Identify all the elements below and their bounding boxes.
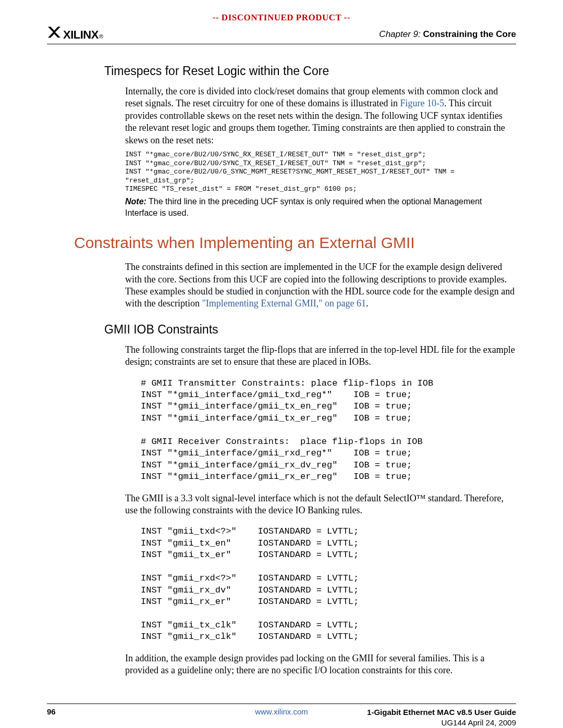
paragraph: The GMII is a 3.3 volt signal-level inte…	[125, 492, 516, 517]
page-number: 96	[47, 707, 56, 716]
note-body: The third line in the preceding UCF synt…	[125, 197, 482, 217]
logo-text: XILINX	[63, 28, 99, 42]
text: .	[366, 298, 369, 309]
logo-mark-icon	[47, 26, 62, 43]
logo-registered: ®	[99, 33, 103, 40]
footer-right: 1-Gigabit Ethernet MAC v8.5 User Guide U…	[367, 707, 516, 727]
footer-title: 1-Gigabit Ethernet MAC v8.5 User Guide	[367, 708, 516, 717]
note: Note: The third line in the preceding UC…	[125, 196, 516, 218]
crossref-link[interactable]: "Implementing External GMII," on page 61	[202, 298, 366, 309]
code-block-iostandard: INST "gmii_txd<?>" IOSTANDARD = LVTTL; I…	[141, 526, 516, 643]
paragraph: The following constraints target the fli…	[125, 344, 516, 368]
section-title-timespecs: Timespecs for Reset Logic within the Cor…	[104, 64, 516, 78]
section-title-external-gmii: Constraints when Implementing an Externa…	[74, 234, 516, 252]
paragraph: Internally, the core is divided into clo…	[125, 85, 516, 146]
xilinx-logo: XILINX ®	[47, 26, 103, 42]
figure-crossref-link[interactable]: Figure 10-5	[400, 98, 445, 108]
discontinued-banner: -- DISCONTINUED PRODUCT --	[47, 13, 516, 23]
code-block-reset-ucf: INST "*gmac_core/BU2/U0/SYNC_RX_RESET_I/…	[125, 151, 516, 194]
chapter-heading: Chapter 9: Constraining the Core	[379, 29, 516, 40]
paragraph: In addition, the example design provides…	[125, 652, 516, 677]
paragraph: The constraints defined in this section …	[125, 261, 516, 310]
content-area: Timespecs for Reset Logic within the Cor…	[47, 64, 516, 676]
section-title-gmii-iob: GMII IOB Constraints	[104, 323, 516, 337]
chapter-title: Constraining the Core	[423, 29, 516, 39]
page: -- DISCONTINUED PRODUCT -- XILINX ® Chap…	[0, 0, 563, 728]
chapter-label: Chapter 9:	[379, 29, 420, 39]
note-lead: Note:	[125, 197, 146, 206]
footer-link[interactable]: www.xilinx.com	[255, 707, 308, 716]
page-footer: 96 www.xilinx.com 1-Gigabit Ethernet MAC…	[47, 704, 516, 707]
page-header: XILINX ® Chapter 9: Constraining the Cor…	[47, 29, 516, 44]
code-block-iob-constraints: # GMII Transmitter Constraints: place fl…	[141, 378, 516, 483]
footer-subtitle: UG144 April 24, 2009	[442, 718, 516, 727]
